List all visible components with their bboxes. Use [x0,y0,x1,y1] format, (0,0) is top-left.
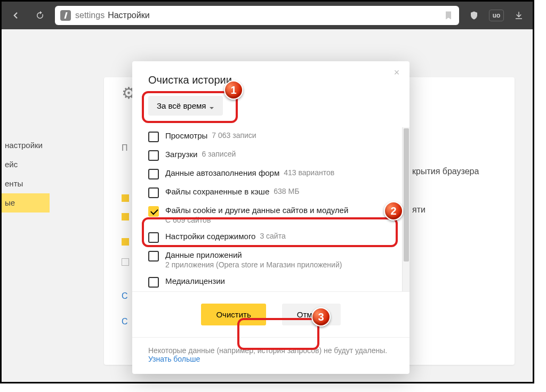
time-range-dropdown[interactable]: За всё время [148,96,223,116]
address-bar[interactable]: settings Настройки [55,6,459,25]
option-label: Медиалицензии [165,276,225,285]
option-label: Настройки содержимого [165,232,255,241]
extension-icon[interactable]: uo [489,10,504,21]
checkbox[interactable] [148,150,159,161]
checkbox[interactable] [148,187,159,198]
option-sub: 2 приложения (Opera store и Магазин прил… [165,260,342,269]
option-detail: 413 вариантов [284,168,334,177]
options-list: Просмотры 7 063 записи Загрузки 6 записе… [148,127,404,291]
chevron-down-icon [209,103,214,109]
checkbox[interactable] [148,277,159,288]
option-cache[interactable]: Файлы сохраненные в кэше 638 МБ [148,183,404,202]
annotation-badge-2: 2 [384,201,403,220]
option-label: Загрузки [165,150,197,159]
option-label: Данные приложений [165,250,242,259]
checkbox[interactable] [148,232,159,243]
option-app-data[interactable]: Данные приложений 2 приложения (Opera st… [148,247,404,273]
close-button[interactable]: × [391,68,402,78]
sidebar-item[interactable]: настройки [5,136,50,155]
sidebar-item-selected[interactable]: ые [2,193,50,213]
option-label: Данные автозаполнения форм [165,168,279,177]
clear-history-dialog: × Очистка истории За всё время Просмотры… [132,61,410,374]
option-label: Файлы сохраненные в кэше [165,187,269,196]
option-cookies[interactable]: Файлы cookie и другие данные сайтов и мо… [148,202,404,228]
option-sub: С 609 сайтов [165,216,348,224]
option-autofill[interactable]: Данные автозаполнения форм 413 вариантов [148,165,404,183]
downloads-icon[interactable] [509,6,528,25]
dialog-title: Очистка истории [148,74,394,86]
note-text: Некоторые данные (например, история запр… [148,346,387,355]
scrollbar-thumb[interactable] [404,128,409,262]
clear-button[interactable]: Очистить [201,304,266,325]
time-range-label: За всё время [157,101,206,110]
sidebar-item[interactable]: енты [5,174,50,193]
option-detail: 6 записей [202,150,236,159]
checkbox[interactable] [148,132,159,142]
option-detail: 7 063 записи [212,131,256,140]
option-label: Просмотры [165,131,207,140]
browser-toolbar: settings Настройки uo [2,2,533,29]
site-icon [60,10,71,21]
address-text: settings Настройки [75,11,150,20]
option-detail: 638 МБ [274,187,299,196]
learn-more-link[interactable]: Узнать больше [148,355,200,363]
checkbox[interactable] [148,169,159,179]
page-area: настройки ейс енты ые ⚙ П крытия браузер… [2,29,533,382]
checkbox[interactable] [148,206,159,217]
settings-sidebar: настройки ейс енты ые [2,136,50,213]
option-label: Файлы cookie и другие данные сайтов и мо… [165,206,348,215]
annotation-badge-3: 3 [311,307,331,326]
option-browsing-history[interactable]: Просмотры 7 063 записи [148,127,404,146]
option-downloads[interactable]: Загрузки 6 записей [148,146,404,165]
annotation-badge-1: 1 [224,80,243,100]
checkbox[interactable] [148,251,159,262]
sidebar-item[interactable]: ейс [5,155,50,174]
option-content-settings[interactable]: Настройки содержимого 3 сайта [148,228,404,247]
option-media-licenses[interactable]: Медиалицензии [148,273,404,291]
bookmark-icon[interactable] [443,9,454,22]
option-detail: 3 сайта [260,232,285,241]
reload-button[interactable] [30,6,50,25]
shield-icon[interactable] [464,6,484,25]
scrollbar[interactable] [402,127,410,291]
dialog-note: Некоторые данные (например, история запр… [132,337,410,374]
back-button[interactable] [6,6,25,25]
